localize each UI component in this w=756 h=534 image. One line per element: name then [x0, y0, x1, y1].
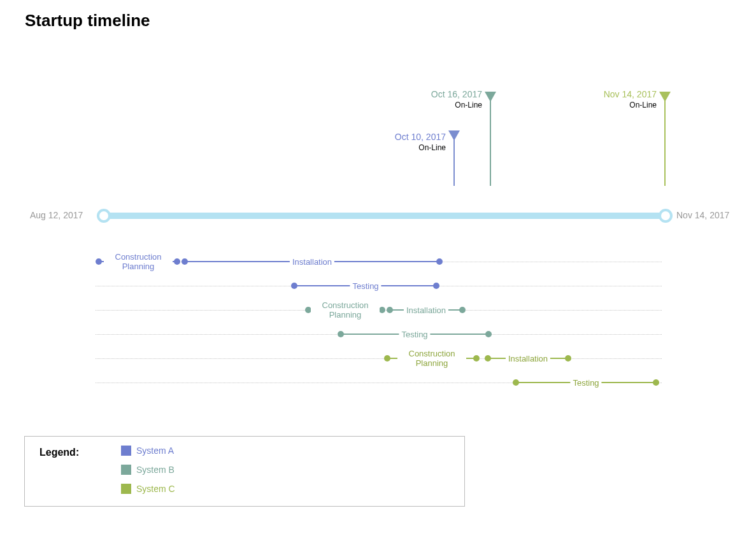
timeline-start-label: Aug 12, 2017	[30, 210, 83, 220]
milestone-c-label: On-Line	[574, 101, 657, 109]
task-dot	[473, 355, 480, 362]
task-dot	[384, 355, 390, 362]
task-dot	[291, 283, 297, 289]
task-b-construction-label: Construction Planning	[311, 300, 380, 320]
legend-swatch-b	[121, 465, 131, 475]
legend-label-b: System B	[136, 465, 175, 475]
milestone-b-date: Oct 16, 2017	[399, 89, 482, 99]
task-dot	[387, 307, 393, 313]
task-a-construction-label: Construction Planning	[104, 252, 173, 271]
timeline-end-endpoint	[659, 209, 673, 223]
milestone-c-line	[664, 101, 666, 186]
legend-label-c: System C	[136, 484, 175, 494]
task-c-testing-label: Testing	[570, 378, 601, 388]
legend	[24, 436, 465, 507]
milestone-c-marker	[659, 92, 671, 102]
task-c-construction-label: Construction Planning	[397, 349, 466, 368]
milestone-a-label: On-Line	[363, 143, 446, 152]
milestone-b-marker	[485, 92, 496, 102]
milestone-c-date: Nov 14, 2017	[574, 89, 657, 99]
legend-swatch-a	[121, 446, 131, 456]
row-divider	[96, 358, 662, 359]
task-dot	[436, 258, 443, 265]
task-dot	[174, 258, 180, 265]
task-b-installation-label: Installation	[404, 306, 448, 315]
task-dot	[485, 331, 492, 337]
milestone-a-marker	[448, 130, 460, 141]
milestone-a-date: Oct 10, 2017	[363, 132, 446, 142]
task-dot	[96, 258, 102, 265]
legend-label-a: System A	[136, 446, 174, 456]
milestone-b-line	[490, 101, 491, 186]
task-a-testing-label: Testing	[350, 281, 381, 291]
milestone-b-label: On-Line	[399, 101, 482, 109]
page-title: Startup timeline	[25, 11, 150, 31]
timeline-end-label: Nov 14, 2017	[676, 210, 729, 220]
task-dot	[459, 307, 466, 313]
task-c-installation-label: Installation	[506, 354, 550, 363]
timeline-bar	[105, 213, 664, 219]
task-dot	[485, 355, 491, 362]
task-dot	[565, 355, 571, 362]
task-dot	[513, 379, 519, 386]
legend-title: Legend:	[39, 447, 79, 458]
timeline-start-endpoint	[97, 209, 111, 223]
task-a-installation-label: Installation	[290, 257, 334, 267]
task-dot	[653, 379, 659, 386]
task-b-testing-label: Testing	[399, 330, 430, 339]
task-dot	[379, 307, 385, 313]
task-dot	[433, 283, 439, 289]
task-dot	[338, 331, 344, 337]
milestone-a-line	[453, 139, 455, 186]
legend-swatch-c	[121, 484, 131, 494]
task-dot	[182, 258, 188, 265]
